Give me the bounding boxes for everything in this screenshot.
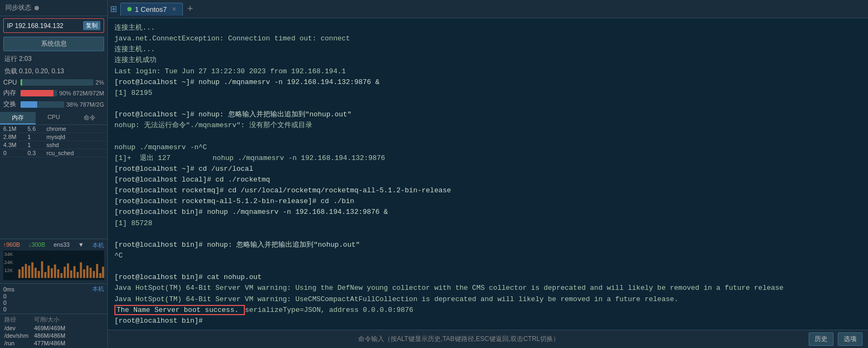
- svg-rect-12: [47, 266, 50, 278]
- copy-ip-button[interactable]: 复制: [83, 21, 100, 30]
- cpu-bar-row: CPU 2%: [0, 78, 107, 87]
- terminal-line: nohup: 无法运行命令"./mqnamesrv": 没有那个文件或目录: [114, 120, 862, 131]
- terminal-line-highlighted: The Name Server boot success. serializeT…: [114, 305, 862, 316]
- terminal-line: [root@localhost ~]# nohup ./mqnamesrv -n…: [114, 77, 862, 88]
- svg-rect-8: [35, 268, 37, 278]
- svg-rect-18: [67, 263, 69, 278]
- swap-bar: [20, 101, 64, 108]
- svg-rect-26: [93, 271, 95, 278]
- process-table: 6.1M 5.6 chrome 2.8M 1 mysqld 4.3M 1 ssh…: [0, 125, 107, 239]
- sync-status-bar: 同步状态: [0, 0, 107, 16]
- swap-bar-row: 交换 38% 787M/2G: [0, 99, 107, 110]
- tab-cpu[interactable]: CPU: [36, 112, 71, 124]
- svg-rect-6: [28, 266, 30, 278]
- local-link[interactable]: 本机: [92, 285, 104, 293]
- sync-dot-icon: [35, 6, 39, 10]
- svg-rect-20: [73, 266, 76, 278]
- terminal-line: [1] 82195: [114, 88, 862, 99]
- tab-mem[interactable]: 内存: [0, 112, 36, 124]
- cpu-label: CPU: [3, 79, 18, 86]
- terminal-line: java.net.ConnectException: Connection ti…: [114, 33, 862, 44]
- tab-close-button[interactable]: ×: [172, 5, 176, 13]
- latency-value: 0ms: [3, 286, 15, 293]
- terminal-line: nohup ./mqnamesrv -n^C: [114, 142, 862, 153]
- cpu-bar-fill: [20, 79, 22, 86]
- svg-text:24K: 24K: [4, 260, 13, 265]
- terminal-line: [root@localhost rocketmq-all-5.1.2-bin-r…: [114, 196, 862, 207]
- terminal-line: [1]+ 退出 127 nohup ./mqnamesrv -n 192.168…: [114, 153, 862, 164]
- svg-rect-27: [96, 264, 98, 278]
- sysinfo-button[interactable]: 系统信息: [3, 37, 104, 51]
- add-tab-button[interactable]: +: [187, 3, 193, 15]
- table-row: 0 0.3 rcu_sched: [0, 149, 107, 157]
- svg-rect-5: [25, 264, 27, 278]
- tab-label: 1 Centos7: [135, 5, 167, 13]
- options-button[interactable]: 选项: [838, 332, 863, 346]
- svg-rect-19: [70, 270, 72, 278]
- main-area: ⊞ 1 Centos7 × + 连接主机... java.net.Connect…: [108, 0, 868, 348]
- terminal-line: [114, 99, 862, 109]
- sync-label: 同步状态: [5, 3, 31, 12]
- svg-rect-9: [38, 271, 40, 278]
- disk-row: /run 477M/486M: [2, 339, 105, 347]
- svg-rect-23: [83, 269, 85, 278]
- process-tab-bar: 内存 CPU 命令: [0, 112, 107, 125]
- tab-status-dot: [127, 7, 132, 11]
- terminal-line: [root@localhost bin]# nohup ./mqnamesrv …: [114, 207, 862, 218]
- terminal-line: 连接主机...: [114, 44, 862, 55]
- terminal-line: [root@localhost ~]# cd /usr/local: [114, 164, 862, 175]
- disk-row: /dev 469M/469M: [2, 324, 105, 332]
- svg-rect-14: [54, 265, 56, 278]
- svg-rect-21: [77, 272, 79, 278]
- svg-rect-29: [102, 267, 104, 278]
- terminal-line: Java HotSpot(TM) 64-Bit Server VM warnin…: [114, 283, 862, 294]
- svg-rect-17: [64, 267, 66, 278]
- svg-rect-24: [86, 266, 88, 278]
- mem-label: 内存: [3, 88, 18, 98]
- terminal-line: 连接主机...: [114, 23, 862, 33]
- swap-label: 交换: [3, 100, 18, 109]
- latency-section: 0ms 本机 0 0 0: [0, 283, 107, 314]
- mem-bar: [20, 90, 57, 96]
- svg-rect-25: [90, 268, 92, 278]
- cpu-bar: [20, 79, 93, 86]
- ip-row: IP 192.168.194.132 复制: [3, 18, 104, 33]
- net-local-link[interactable]: 本机: [92, 241, 104, 249]
- table-row: 6.1M 5.6 chrome: [0, 125, 107, 133]
- terminal-line: [root@localhost bin]# nohup: 忽略输入并把输出追加到…: [114, 240, 862, 250]
- terminal-line: [1] 85728: [114, 218, 862, 229]
- tab-bar: ⊞ 1 Centos7 × +: [108, 0, 868, 18]
- svg-rect-10: [41, 261, 43, 278]
- net-iface: ens33: [53, 241, 70, 249]
- terminal-line: Last login: Tue Jun 27 13:22:30 2023 fro…: [114, 66, 862, 77]
- terminal-line: [114, 229, 862, 240]
- terminal-output[interactable]: 连接主机... java.net.ConnectException: Conne…: [108, 18, 868, 330]
- net-down: ↓300B: [29, 241, 45, 249]
- disk-row: /dev/shm 486M/486M: [2, 332, 105, 339]
- network-sparkline: 34K 24K 12K: [3, 250, 104, 280]
- svg-rect-3: [18, 269, 20, 278]
- mem-bar-fill: [20, 90, 53, 96]
- terminal-line: ^C: [114, 250, 862, 261]
- svg-rect-22: [80, 262, 82, 278]
- terminal-line: [root@localhost local]# cd ./rocketmq: [114, 175, 862, 185]
- server-tab[interactable]: 1 Centos7 ×: [120, 3, 183, 16]
- swap-bar-fill: [20, 101, 37, 108]
- bottom-bar: 命令输入（按ALT键显示历史,TAB键路径,ESC键返回,双击CTRL切换） 历…: [108, 330, 868, 348]
- svg-rect-16: [60, 273, 63, 278]
- terminal-line: [root@localhost bin]#: [114, 316, 862, 326]
- terminal-line: [root@localhost bin]# cat nohup.out: [114, 272, 862, 283]
- terminal-line: Java HotSpot(TM) 64-Bit Server VM warnin…: [114, 294, 862, 305]
- terminal-line: [114, 261, 862, 272]
- network-section: ↑960B ↓300B ens33 ▼ 本机 34K 24K 12K: [0, 239, 107, 283]
- table-row: 4.3M 1 sshd: [0, 141, 107, 149]
- ip-address: IP 192.168.194.132: [7, 22, 83, 30]
- svg-rect-13: [51, 268, 53, 278]
- tab-cmd[interactable]: 命令: [72, 112, 107, 124]
- history-button[interactable]: 历史: [809, 332, 833, 346]
- window-icon[interactable]: ⊞: [110, 4, 117, 14]
- svg-rect-11: [44, 272, 46, 278]
- cpu-value: 2%: [95, 79, 104, 86]
- terminal-line: [114, 131, 862, 142]
- net-arrow-icon: ▼: [78, 241, 84, 249]
